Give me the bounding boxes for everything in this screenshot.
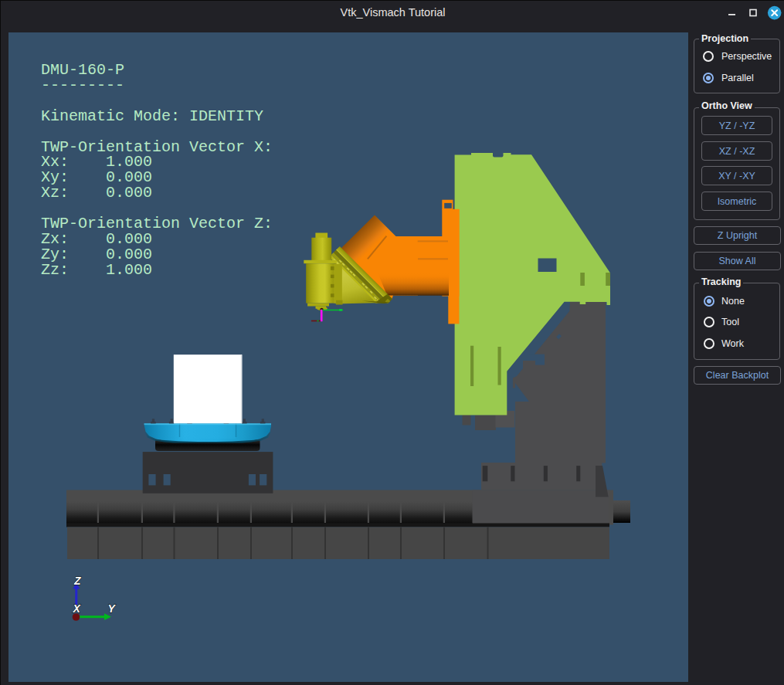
svg-text:Y: Y	[108, 602, 117, 615]
svg-text:Z: Z	[73, 575, 81, 587]
svg-text:X: X	[73, 602, 82, 615]
